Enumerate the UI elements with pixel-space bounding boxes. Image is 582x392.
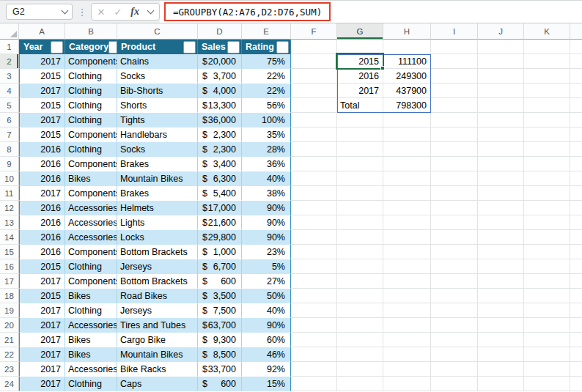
cell-product[interactable]: Chains bbox=[117, 54, 198, 69]
empty-cell[interactable] bbox=[478, 362, 524, 377]
cell-category[interactable]: Bikes bbox=[65, 171, 117, 186]
cell-product[interactable]: Handlebars bbox=[117, 127, 198, 142]
cell-rating[interactable]: 15% bbox=[242, 377, 291, 391]
fill-handle[interactable] bbox=[380, 66, 385, 70]
cell-sales[interactable]: $600 bbox=[198, 377, 242, 391]
empty-cell[interactable] bbox=[524, 289, 570, 303]
empty-cell[interactable] bbox=[431, 201, 478, 215]
empty-cell[interactable] bbox=[291, 289, 337, 303]
empty-cell[interactable] bbox=[478, 245, 524, 259]
row-header-9[interactable]: 9 bbox=[0, 157, 19, 171]
cell-product[interactable]: Shorts bbox=[117, 98, 198, 113]
cell-category[interactable]: Components bbox=[65, 274, 117, 289]
empty-cell[interactable] bbox=[524, 303, 570, 318]
cell-year[interactable]: 2017 bbox=[19, 333, 65, 347]
empty-cell[interactable] bbox=[524, 84, 570, 98]
cell-year[interactable]: 2016 bbox=[19, 215, 65, 230]
empty-cell[interactable] bbox=[478, 157, 524, 171]
cell-category[interactable]: Clothing bbox=[65, 113, 117, 127]
cell-category[interactable]: Clothing bbox=[65, 69, 117, 84]
column-header-H[interactable]: H bbox=[383, 23, 431, 40]
cell-sales[interactable]: $29,800 bbox=[198, 230, 242, 245]
empty-cell[interactable] bbox=[291, 171, 337, 186]
more-options-icon[interactable]: ⋮ bbox=[78, 7, 87, 18]
empty-cell[interactable] bbox=[570, 230, 582, 245]
cell-sales[interactable]: $3,500 bbox=[198, 289, 242, 303]
cell-year[interactable]: 2016 bbox=[19, 171, 65, 186]
cell-year[interactable]: 2017 bbox=[19, 186, 65, 201]
cell-sales[interactable]: $36,000 bbox=[198, 113, 242, 127]
empty-cell[interactable] bbox=[383, 113, 431, 127]
cell-product[interactable]: Mountain Bikes bbox=[117, 171, 198, 186]
empty-cell[interactable] bbox=[570, 215, 582, 230]
empty-cell[interactable] bbox=[383, 245, 431, 259]
cell-rating[interactable]: 22% bbox=[242, 69, 291, 84]
column-header-D[interactable]: D bbox=[198, 23, 242, 40]
cell-rating[interactable]: 27% bbox=[242, 274, 291, 289]
empty-cell[interactable] bbox=[570, 171, 582, 186]
empty-cell[interactable] bbox=[337, 289, 383, 303]
empty-cell[interactable] bbox=[524, 347, 570, 362]
row-header-4[interactable]: 4 bbox=[0, 84, 19, 98]
column-header-C[interactable]: C bbox=[117, 23, 198, 40]
empty-cell[interactable] bbox=[570, 69, 582, 84]
empty-cell[interactable] bbox=[291, 127, 337, 142]
empty-cell[interactable] bbox=[383, 201, 431, 215]
cell-product[interactable]: Tights bbox=[117, 113, 198, 127]
empty-cell[interactable] bbox=[478, 113, 524, 127]
empty-cell[interactable] bbox=[431, 245, 478, 259]
empty-cell[interactable] bbox=[337, 303, 383, 318]
cell-category[interactable]: Clothing bbox=[65, 84, 117, 98]
empty-cell[interactable] bbox=[431, 113, 478, 127]
cell-category[interactable]: Bikes bbox=[65, 347, 117, 362]
empty-cell[interactable] bbox=[431, 171, 478, 186]
empty-cell[interactable] bbox=[478, 201, 524, 215]
cell-rating[interactable]: 56% bbox=[242, 98, 291, 113]
cell-sales[interactable]: $9,300 bbox=[198, 333, 242, 347]
empty-cell[interactable] bbox=[524, 171, 570, 186]
cell-product[interactable]: Socks bbox=[117, 142, 198, 157]
empty-cell[interactable] bbox=[431, 362, 478, 377]
empty-cell[interactable] bbox=[524, 245, 570, 259]
empty-cell[interactable] bbox=[291, 215, 337, 230]
column-header-J[interactable]: J bbox=[478, 23, 524, 40]
cell-category[interactable]: Bikes bbox=[65, 333, 117, 347]
empty-cell[interactable] bbox=[291, 84, 337, 98]
empty-cell[interactable] bbox=[478, 230, 524, 245]
spill-cell-value[interactable]: 111100 bbox=[383, 54, 431, 69]
cell-rating[interactable]: 38% bbox=[242, 186, 291, 201]
cell-year[interactable]: 2015 bbox=[19, 98, 65, 113]
cell-sales[interactable]: $17,000 bbox=[198, 201, 242, 215]
cell-year[interactable]: 2016 bbox=[19, 230, 65, 245]
cell-year[interactable]: 2017 bbox=[19, 377, 65, 391]
row-header-7[interactable]: 7 bbox=[0, 127, 19, 142]
spill-cell-group[interactable]: 2015 bbox=[337, 54, 383, 69]
row-header-24[interactable]: 24 bbox=[0, 377, 19, 391]
spill-cell-value[interactable]: 437900 bbox=[383, 84, 431, 98]
cell-category[interactable]: Clothing bbox=[65, 259, 117, 274]
empty-cell[interactable] bbox=[431, 215, 478, 230]
empty-cell[interactable] bbox=[431, 347, 478, 362]
empty-cell[interactable] bbox=[570, 113, 582, 127]
cell-rating[interactable]: 5% bbox=[242, 259, 291, 274]
empty-cell[interactable] bbox=[478, 171, 524, 186]
cell-rating[interactable]: 40% bbox=[242, 303, 291, 318]
filter-button[interactable]: ▼ bbox=[108, 41, 117, 53]
empty-cell[interactable] bbox=[383, 289, 431, 303]
empty-cell[interactable] bbox=[291, 245, 337, 259]
cell-category[interactable]: Bikes bbox=[65, 289, 117, 303]
row-header-11[interactable]: 11 bbox=[0, 186, 19, 201]
empty-cell[interactable] bbox=[291, 259, 337, 274]
empty-cell[interactable] bbox=[337, 245, 383, 259]
column-header-B[interactable]: B bbox=[65, 23, 117, 40]
cell-rating[interactable]: 46% bbox=[242, 347, 291, 362]
row-header-10[interactable]: 10 bbox=[0, 171, 19, 186]
empty-cell[interactable] bbox=[337, 40, 383, 54]
empty-cell[interactable] bbox=[570, 274, 582, 289]
empty-cell[interactable] bbox=[570, 157, 582, 171]
cell-sales[interactable]: $3,400 bbox=[198, 157, 242, 171]
cell-year[interactable]: 2017 bbox=[19, 318, 65, 333]
cell-category[interactable]: Clothing bbox=[65, 98, 117, 113]
empty-cell[interactable] bbox=[291, 230, 337, 245]
cell-rating[interactable]: 90% bbox=[242, 201, 291, 215]
